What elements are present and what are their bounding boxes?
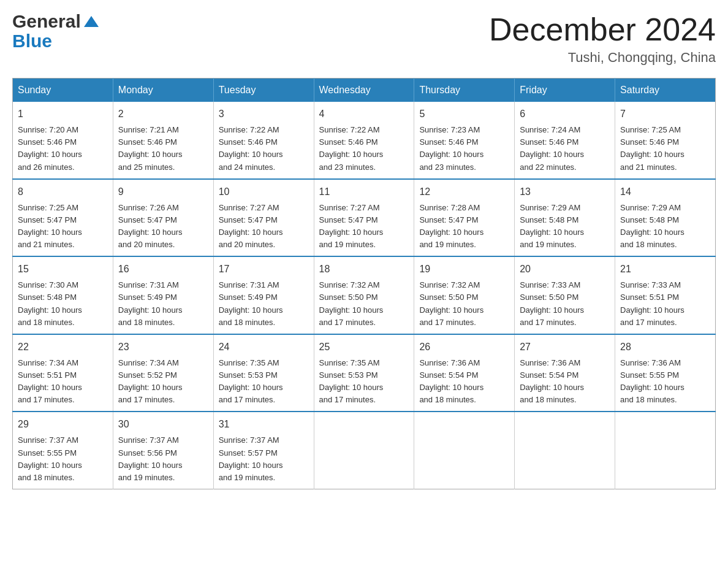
calendar-cell [414,412,515,489]
day-info: Sunrise: 7:32 AMSunset: 5:50 PMDaylight:… [319,279,409,329]
day-header-friday: Friday [515,79,615,102]
title-section: December 2024 Tushi, Chongqing, China [489,12,716,66]
calendar-header-row: SundayMondayTuesdayWednesdayThursdayFrid… [13,79,716,102]
day-info: Sunrise: 7:27 AMSunset: 5:47 PMDaylight:… [219,202,309,251]
day-info: Sunrise: 7:23 AMSunset: 5:46 PMDaylight:… [419,124,509,174]
day-number: 29 [18,417,108,432]
day-number: 13 [520,185,610,199]
calendar-cell: 6Sunrise: 7:24 AMSunset: 5:46 PMDaylight… [515,102,615,179]
calendar-cell: 19Sunrise: 7:32 AMSunset: 5:50 PMDayligh… [414,256,515,334]
day-info: Sunrise: 7:26 AMSunset: 5:47 PMDaylight:… [118,202,208,251]
day-number: 24 [219,340,309,354]
calendar-cell: 3Sunrise: 7:22 AMSunset: 5:46 PMDaylight… [213,102,314,179]
day-header-thursday: Thursday [414,79,515,102]
day-number: 6 [520,107,610,121]
calendar-cell: 12Sunrise: 7:28 AMSunset: 5:47 PMDayligh… [414,179,515,257]
day-info: Sunrise: 7:28 AMSunset: 5:47 PMDaylight:… [419,202,509,251]
day-header-saturday: Saturday [615,79,716,102]
day-info: Sunrise: 7:22 AMSunset: 5:46 PMDaylight:… [319,124,409,174]
day-number: 11 [319,185,409,199]
calendar-cell [615,412,716,489]
day-info: Sunrise: 7:35 AMSunset: 5:53 PMDaylight:… [219,357,309,407]
logo-triangle-left [84,16,91,27]
logo-triangle-right [91,16,99,27]
calendar-cell: 30Sunrise: 7:37 AMSunset: 5:56 PMDayligh… [113,412,213,489]
week-row-4: 22Sunrise: 7:34 AMSunset: 5:51 PMDayligh… [13,334,716,412]
calendar-cell: 17Sunrise: 7:31 AMSunset: 5:49 PMDayligh… [213,256,314,334]
day-number: 7 [620,107,710,121]
logo: General Blue [12,12,99,50]
week-row-2: 8Sunrise: 7:25 AMSunset: 5:47 PMDaylight… [13,179,716,257]
day-header-wednesday: Wednesday [314,79,414,102]
logo-blue: Blue [12,32,99,50]
calendar-cell: 26Sunrise: 7:36 AMSunset: 5:54 PMDayligh… [414,334,515,412]
day-number: 12 [419,185,509,199]
day-info: Sunrise: 7:25 AMSunset: 5:46 PMDaylight:… [620,124,710,174]
day-number: 25 [319,340,409,354]
calendar-cell: 27Sunrise: 7:36 AMSunset: 5:54 PMDayligh… [515,334,615,412]
day-info: Sunrise: 7:24 AMSunset: 5:46 PMDaylight:… [520,124,610,174]
day-number: 8 [18,185,108,199]
day-number: 22 [18,340,108,354]
calendar-cell: 11Sunrise: 7:27 AMSunset: 5:47 PMDayligh… [314,179,414,257]
day-number: 18 [319,262,409,277]
day-number: 4 [319,107,409,121]
calendar-table: SundayMondayTuesdayWednesdayThursdayFrid… [12,78,716,489]
day-number: 28 [620,340,710,354]
day-info: Sunrise: 7:27 AMSunset: 5:47 PMDaylight:… [319,202,409,251]
day-number: 1 [18,107,108,121]
day-number: 17 [219,262,309,277]
calendar-cell: 2Sunrise: 7:21 AMSunset: 5:46 PMDaylight… [113,102,213,179]
day-info: Sunrise: 7:36 AMSunset: 5:54 PMDaylight:… [520,357,610,407]
day-info: Sunrise: 7:36 AMSunset: 5:55 PMDaylight:… [620,357,710,407]
day-info: Sunrise: 7:33 AMSunset: 5:51 PMDaylight:… [620,279,710,329]
day-info: Sunrise: 7:37 AMSunset: 5:57 PMDaylight:… [219,434,309,484]
day-info: Sunrise: 7:29 AMSunset: 5:48 PMDaylight:… [620,202,710,251]
calendar-cell: 5Sunrise: 7:23 AMSunset: 5:46 PMDaylight… [414,102,515,179]
day-info: Sunrise: 7:20 AMSunset: 5:46 PMDaylight:… [18,124,108,174]
day-number: 20 [520,262,610,277]
day-number: 26 [419,340,509,354]
calendar-cell: 20Sunrise: 7:33 AMSunset: 5:50 PMDayligh… [515,256,615,334]
day-number: 21 [620,262,710,277]
day-info: Sunrise: 7:31 AMSunset: 5:49 PMDaylight:… [219,279,309,329]
week-row-5: 29Sunrise: 7:37 AMSunset: 5:55 PMDayligh… [13,412,716,489]
day-info: Sunrise: 7:25 AMSunset: 5:47 PMDaylight:… [18,202,108,251]
calendar-cell: 31Sunrise: 7:37 AMSunset: 5:57 PMDayligh… [213,412,314,489]
day-number: 15 [18,262,108,277]
day-number: 9 [118,185,208,199]
week-row-1: 1Sunrise: 7:20 AMSunset: 5:46 PMDaylight… [13,102,716,179]
calendar-cell: 8Sunrise: 7:25 AMSunset: 5:47 PMDaylight… [13,179,113,257]
calendar-cell: 23Sunrise: 7:34 AMSunset: 5:52 PMDayligh… [113,334,213,412]
calendar-cell [515,412,615,489]
calendar-cell: 24Sunrise: 7:35 AMSunset: 5:53 PMDayligh… [213,334,314,412]
calendar-cell: 1Sunrise: 7:20 AMSunset: 5:46 PMDaylight… [13,102,113,179]
day-number: 30 [118,417,208,432]
day-info: Sunrise: 7:34 AMSunset: 5:51 PMDaylight:… [18,357,108,407]
calendar-cell: 10Sunrise: 7:27 AMSunset: 5:47 PMDayligh… [213,179,314,257]
calendar-cell: 25Sunrise: 7:35 AMSunset: 5:53 PMDayligh… [314,334,414,412]
day-info: Sunrise: 7:29 AMSunset: 5:48 PMDaylight:… [520,202,610,251]
calendar-cell [314,412,414,489]
calendar-cell: 15Sunrise: 7:30 AMSunset: 5:48 PMDayligh… [13,256,113,334]
calendar-cell: 13Sunrise: 7:29 AMSunset: 5:48 PMDayligh… [515,179,615,257]
day-info: Sunrise: 7:36 AMSunset: 5:54 PMDaylight:… [419,357,509,407]
day-info: Sunrise: 7:32 AMSunset: 5:50 PMDaylight:… [419,279,509,329]
calendar-cell: 21Sunrise: 7:33 AMSunset: 5:51 PMDayligh… [615,256,716,334]
location-subtitle: Tushi, Chongqing, China [489,50,716,66]
day-info: Sunrise: 7:31 AMSunset: 5:49 PMDaylight:… [118,279,208,329]
day-number: 23 [118,340,208,354]
week-row-3: 15Sunrise: 7:30 AMSunset: 5:48 PMDayligh… [13,256,716,334]
month-year-title: December 2024 [489,12,716,47]
day-number: 2 [118,107,208,121]
calendar-cell: 4Sunrise: 7:22 AMSunset: 5:46 PMDaylight… [314,102,414,179]
day-info: Sunrise: 7:22 AMSunset: 5:46 PMDaylight:… [219,124,309,174]
day-number: 16 [118,262,208,277]
day-header-tuesday: Tuesday [213,79,314,102]
calendar-cell: 22Sunrise: 7:34 AMSunset: 5:51 PMDayligh… [13,334,113,412]
calendar-cell: 9Sunrise: 7:26 AMSunset: 5:47 PMDaylight… [113,179,213,257]
day-info: Sunrise: 7:21 AMSunset: 5:46 PMDaylight:… [118,124,208,174]
day-header-monday: Monday [113,79,213,102]
day-info: Sunrise: 7:35 AMSunset: 5:53 PMDaylight:… [319,357,409,407]
page-header: General Blue December 2024 Tushi, Chongq… [12,12,716,66]
